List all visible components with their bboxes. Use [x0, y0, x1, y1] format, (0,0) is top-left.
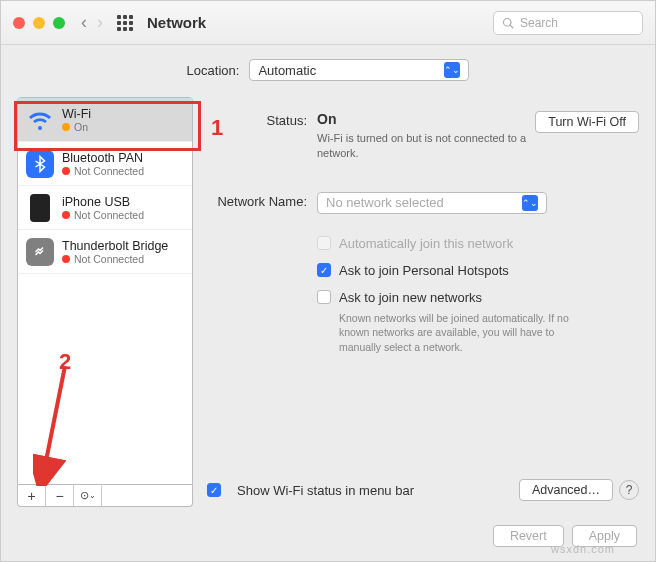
new-networks-description: Known networks will be joined automatica…: [339, 311, 599, 355]
chevron-updown-icon: ⌃⌄: [444, 62, 460, 78]
detail-footer: ✓ Show Wi-Fi status in menu bar Advanced…: [207, 479, 639, 507]
apply-button[interactable]: Apply: [572, 525, 637, 547]
service-text: Thunderbolt Bridge Not Connected: [62, 239, 184, 265]
detail-pane: Status: On Wi-Fi is turned on but is not…: [207, 97, 639, 507]
iphone-icon: [26, 194, 54, 222]
status-value-group: On Wi-Fi is turned on but is not connect…: [317, 111, 639, 162]
status-value: On: [317, 111, 535, 127]
location-row: Location: Automatic ⌃⌄: [1, 45, 655, 97]
forward-button[interactable]: ›: [97, 12, 103, 33]
status-dot-icon: [62, 211, 70, 219]
service-list: Wi-Fi On Bluetooth PAN Not Connected: [17, 97, 193, 485]
wifi-icon: [26, 106, 54, 134]
annotation-1: 1: [211, 115, 223, 141]
help-button[interactable]: ?: [619, 480, 639, 500]
status-dot-icon: [62, 167, 70, 175]
footer: Revert Apply: [1, 517, 655, 559]
status-row: Status: On Wi-Fi is turned on but is not…: [207, 111, 639, 162]
revert-button[interactable]: Revert: [493, 525, 564, 547]
zoom-icon[interactable]: [53, 17, 65, 29]
search-placeholder: Search: [520, 16, 558, 30]
window-title: Network: [147, 14, 206, 31]
search-icon: [502, 17, 514, 29]
hotspots-checkbox[interactable]: ✓ Ask to join Personal Hotspots: [317, 263, 639, 278]
sidebar-item-thunderbolt[interactable]: Thunderbolt Bridge Not Connected: [18, 230, 192, 274]
turn-wifi-off-button[interactable]: Turn Wi-Fi Off: [535, 111, 639, 133]
sidebar-item-iphone-usb[interactable]: iPhone USB Not Connected: [18, 186, 192, 230]
chevron-updown-icon: ⌃⌄: [522, 195, 538, 211]
nav-buttons: ‹ ›: [81, 12, 103, 33]
search-input[interactable]: Search: [493, 11, 643, 35]
status-dot-icon: [62, 255, 70, 263]
sidebar-item-bluetooth[interactable]: Bluetooth PAN Not Connected: [18, 142, 192, 186]
annotation-2: 2: [59, 349, 71, 375]
sidebar-toolbar: + − ⊙⌄: [17, 485, 193, 507]
status-description: Wi-Fi is turned on but is not connected …: [317, 131, 535, 162]
checkbox-icon: [317, 236, 331, 250]
service-name: Thunderbolt Bridge: [62, 239, 184, 253]
svg-point-0: [504, 18, 512, 26]
checkbox-checked-icon[interactable]: ✓: [207, 483, 221, 497]
service-name: Bluetooth PAN: [62, 151, 184, 165]
thunderbolt-icon: [26, 238, 54, 266]
auto-join-checkbox: Automatically join this network: [317, 236, 639, 251]
status-label: Status:: [207, 111, 317, 128]
network-value: No network selected: [326, 195, 444, 210]
titlebar: ‹ › Network Search: [1, 1, 655, 45]
close-icon[interactable]: [13, 17, 25, 29]
location-select[interactable]: Automatic ⌃⌄: [249, 59, 469, 81]
network-name-label: Network Name:: [207, 192, 317, 209]
more-button[interactable]: ⊙⌄: [74, 485, 102, 506]
bluetooth-icon: [26, 150, 54, 178]
status-dot-icon: [62, 123, 70, 131]
remove-button[interactable]: −: [46, 485, 74, 506]
service-text: Wi-Fi On: [62, 107, 184, 133]
grid-icon[interactable]: [117, 15, 133, 31]
service-name: Wi-Fi: [62, 107, 184, 121]
network-prefs-window: ‹ › Network Search Location: Automatic ⌃…: [0, 0, 656, 562]
sidebar: Wi-Fi On Bluetooth PAN Not Connected: [17, 97, 193, 507]
network-name-row: Network Name: No network selected ⌃⌄: [207, 192, 639, 214]
minimize-icon[interactable]: [33, 17, 45, 29]
service-status: Not Connected: [62, 209, 184, 221]
advanced-button[interactable]: Advanced…: [519, 479, 613, 501]
service-text: Bluetooth PAN Not Connected: [62, 151, 184, 177]
svg-line-1: [510, 25, 513, 28]
checkboxes: Automatically join this network ✓ Ask to…: [317, 224, 639, 355]
service-status: On: [62, 121, 184, 133]
traffic-lights: [13, 17, 65, 29]
service-status: Not Connected: [62, 165, 184, 177]
back-button[interactable]: ‹: [81, 12, 87, 33]
network-select[interactable]: No network selected ⌃⌄: [317, 192, 547, 214]
main-content: Wi-Fi On Bluetooth PAN Not Connected: [1, 97, 655, 517]
service-text: iPhone USB Not Connected: [62, 195, 184, 221]
service-status: Not Connected: [62, 253, 184, 265]
location-value: Automatic: [258, 63, 316, 78]
show-menubar-label: Show Wi-Fi status in menu bar: [237, 483, 414, 498]
checkbox-checked-icon: ✓: [317, 263, 331, 277]
location-label: Location:: [187, 63, 240, 78]
service-name: iPhone USB: [62, 195, 184, 209]
add-button[interactable]: +: [18, 485, 46, 506]
new-networks-checkbox[interactable]: Ask to join new networks: [317, 290, 639, 305]
sidebar-item-wifi[interactable]: Wi-Fi On: [18, 98, 192, 142]
checkbox-icon: [317, 290, 331, 304]
